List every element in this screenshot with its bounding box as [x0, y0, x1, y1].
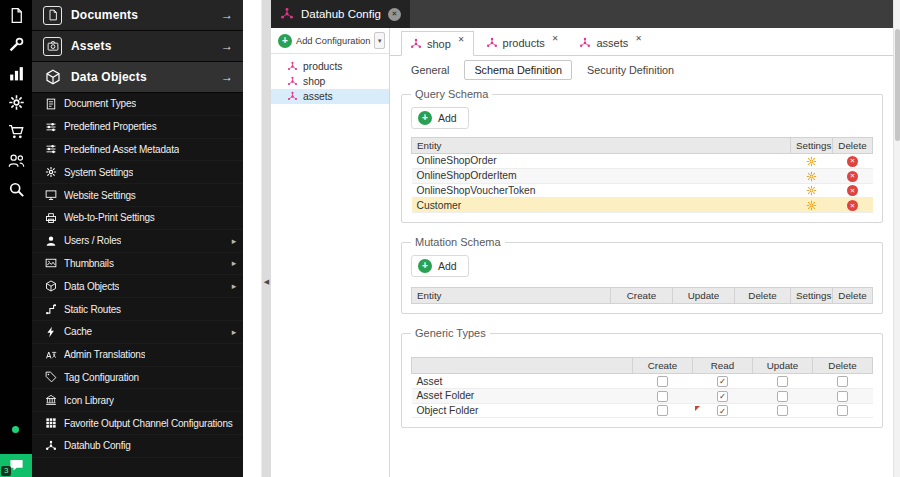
mutation-schema-add-button[interactable]: Add: [411, 255, 469, 277]
cube-icon: [43, 68, 62, 87]
sidebar-item-website-settings[interactable]: Website Settings: [32, 184, 243, 207]
sidebar-item-cache[interactable]: Cache: [32, 321, 243, 344]
subtab-security-definition[interactable]: Security Definition: [577, 60, 684, 80]
delete-checkbox[interactable]: [837, 391, 848, 402]
delete-icon[interactable]: [847, 171, 858, 182]
sidebar-item-static-routes[interactable]: Static Routes: [32, 298, 243, 321]
settings-cell: [791, 198, 833, 213]
generic-row-asset-folder[interactable]: Asset Folder: [412, 388, 873, 403]
create-checkbox[interactable]: [657, 405, 668, 416]
column-header-create[interactable]: Create: [633, 358, 693, 374]
delete-icon[interactable]: [847, 200, 858, 211]
sidebar-item-document-types[interactable]: Document Types: [32, 93, 243, 116]
query-row-onlineshoporderitem[interactable]: OnlineShopOrderItem: [412, 168, 873, 183]
read-checkbox[interactable]: [717, 405, 728, 416]
sidebar-item-datahub-config[interactable]: Datahub Config: [32, 435, 243, 458]
search-icon[interactable]: [8, 181, 25, 198]
query-schema-add-button[interactable]: Add: [411, 107, 469, 129]
sidebar-item-icon-library[interactable]: Icon Library: [32, 389, 243, 412]
create-checkbox[interactable]: [657, 391, 668, 402]
sidebar-sections: DocumentsAssetsData Objects: [32, 0, 243, 93]
subtab-schema-definition[interactable]: Schema Definition: [464, 60, 572, 80]
gear-icon[interactable]: [806, 156, 817, 167]
editor-tab-shop[interactable]: shop: [401, 31, 474, 56]
subtab-general[interactable]: General: [401, 60, 459, 80]
sidebar-collapse-strip[interactable]: [262, 0, 271, 477]
ecommerce-icon[interactable]: [8, 123, 25, 140]
sidebar-section-data-objects[interactable]: Data Objects: [32, 62, 243, 93]
sidebar-section-assets[interactable]: Assets: [32, 31, 243, 62]
column-header-settings[interactable]: Settings: [791, 138, 833, 154]
documents-shortcut-icon[interactable]: [8, 7, 25, 24]
create-cell: [633, 374, 693, 389]
tree-item-products[interactable]: products: [271, 59, 389, 74]
column-header-update[interactable]: Update: [753, 358, 813, 374]
column-header-entity[interactable]: Entity: [412, 138, 791, 154]
delete-checkbox[interactable]: [837, 405, 848, 416]
query-row-customer[interactable]: Customer: [412, 198, 873, 213]
delete-checkbox[interactable]: [837, 376, 848, 387]
create-cell: [633, 388, 693, 403]
generic-row-object-folder[interactable]: Object Folder: [412, 403, 873, 418]
notifications-button[interactable]: 3: [0, 454, 32, 477]
editor-tab-products[interactable]: products: [477, 30, 568, 55]
column-header-blank[interactable]: [412, 358, 633, 374]
delete-icon[interactable]: [847, 156, 858, 167]
close-icon[interactable]: [552, 34, 559, 43]
close-icon[interactable]: [635, 34, 642, 43]
query-row-onlineshopvouchertoken[interactable]: OnlineShopVoucherToken: [412, 183, 873, 198]
column-header-entity[interactable]: Entity: [412, 288, 611, 304]
create-checkbox[interactable]: [657, 376, 668, 387]
column-header-delete[interactable]: Delete: [833, 288, 873, 304]
column-header-delete[interactable]: Delete: [833, 138, 873, 154]
reports-icon[interactable]: [8, 65, 25, 82]
image-icon: [45, 257, 57, 269]
column-header-settings[interactable]: Settings: [791, 288, 833, 304]
sidebar-item-tag-configuration[interactable]: Tag Configuration: [32, 367, 243, 390]
scrollbar-thumb[interactable]: [895, 29, 900, 141]
tree-item-shop[interactable]: shop: [271, 74, 389, 89]
add-configuration-button[interactable]: Add Configuration: [296, 36, 370, 46]
sidebar-section-documents[interactable]: Documents: [32, 0, 243, 31]
close-icon[interactable]: [388, 8, 401, 21]
tree-item-assets[interactable]: assets: [271, 89, 389, 104]
sidebar-item-data-objects[interactable]: Data Objects: [32, 275, 243, 298]
tab-datahub-config[interactable]: Datahub Config: [271, 0, 410, 28]
editor-tab-assets[interactable]: assets: [570, 30, 651, 55]
sidebar-item-system-settings[interactable]: System Settings: [32, 161, 243, 184]
doc-lines-icon: [45, 98, 57, 110]
column-header-delete[interactable]: Delete: [813, 358, 873, 374]
read-checkbox[interactable]: [717, 376, 728, 387]
generic-row-asset[interactable]: Asset: [412, 374, 873, 389]
tools-icon[interactable]: [8, 36, 25, 53]
settings-shortcut-icon[interactable]: [8, 94, 25, 111]
icon-bar-items: [0, 0, 32, 198]
read-checkbox[interactable]: [717, 391, 728, 402]
sidebar-item-favorite-output-channel-configurations[interactable]: Favorite Output Channel Configurations: [32, 412, 243, 435]
sidebar-item-predefined-properties[interactable]: Predefined Properties: [32, 116, 243, 139]
submenu-arrow-icon: [232, 236, 236, 246]
tree-item-label: assets: [303, 91, 333, 102]
column-header-delete[interactable]: Delete: [735, 288, 791, 304]
hub-icon: [486, 37, 498, 49]
gear-icon[interactable]: [806, 200, 817, 211]
add-configuration-dropdown[interactable]: [374, 32, 385, 49]
sidebar-item-admin-translations[interactable]: Admin Translations: [32, 344, 243, 367]
close-icon[interactable]: [458, 35, 465, 44]
sidebar-item-web-to-print-settings[interactable]: Web-to-Print Settings: [32, 207, 243, 230]
sidebar-item-predefined-asset-metadata[interactable]: Predefined Asset Metadata: [32, 139, 243, 162]
gear-icon[interactable]: [806, 171, 817, 182]
users-shortcut-icon[interactable]: [8, 152, 25, 169]
delete-icon[interactable]: [847, 185, 858, 196]
gear-icon[interactable]: [806, 185, 817, 196]
query-row-onlineshoporder[interactable]: OnlineShopOrder: [412, 154, 873, 169]
update-checkbox[interactable]: [777, 391, 788, 402]
sidebar-item-thumbnails[interactable]: Thumbnails: [32, 253, 243, 276]
sidebar-item-users-roles[interactable]: Users / Roles: [32, 230, 243, 253]
column-header-update[interactable]: Update: [673, 288, 735, 304]
update-checkbox[interactable]: [777, 405, 788, 416]
vertical-scrollbar[interactable]: [893, 0, 900, 477]
column-header-create[interactable]: Create: [611, 288, 673, 304]
update-checkbox[interactable]: [777, 376, 788, 387]
column-header-read[interactable]: Read: [693, 358, 753, 374]
